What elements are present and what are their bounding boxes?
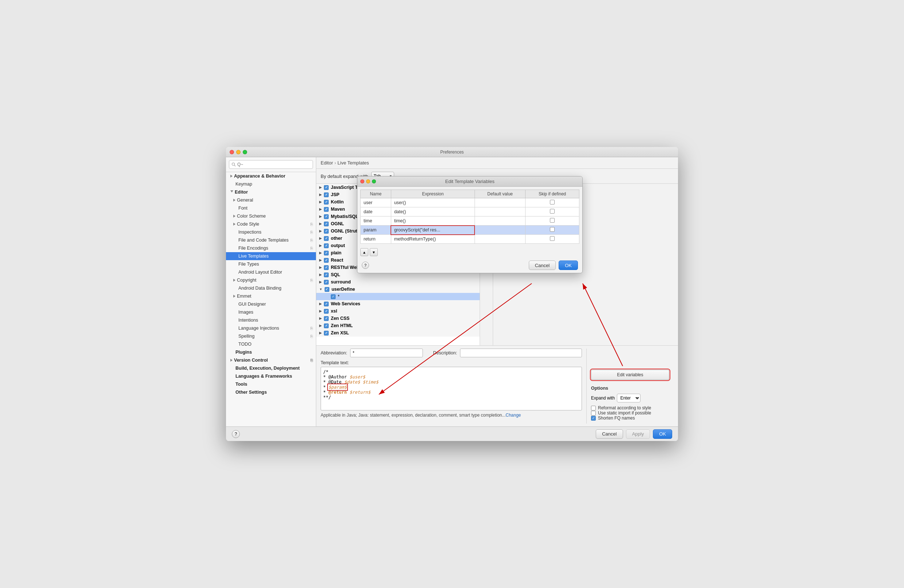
sidebar-item-appearance[interactable]: Appearance & Behavior	[226, 172, 316, 180]
tpl-item-zen-html[interactable]: ▶Zen HTML	[316, 322, 480, 329]
checkbox-zen-css[interactable]	[324, 316, 329, 321]
dialog-cancel-button[interactable]: Cancel	[529, 261, 556, 270]
dialog-max-button[interactable]	[372, 179, 376, 183]
checkbox-xsl[interactable]	[324, 309, 329, 314]
move-down-button[interactable]: ▼	[370, 248, 378, 256]
sidebar-item-android-layout-editor[interactable]: Android Layout Editor	[226, 268, 316, 276]
sidebar-item-intentions[interactable]: Intentions	[226, 316, 316, 324]
opt-checkbox-0[interactable]	[591, 406, 596, 411]
sidebar-item-plugins[interactable]: Plugins	[226, 348, 316, 356]
ok-button[interactable]: OK	[653, 429, 672, 439]
tpl-item-zen-css[interactable]: ▶Zen CSS	[316, 315, 480, 322]
desc-input[interactable]	[460, 349, 582, 357]
sidebar-item-gui-designer[interactable]: GUI Designer	[226, 300, 316, 308]
sidebar-item-general[interactable]: General	[226, 196, 316, 204]
group-triangle-web-services[interactable]: ▶	[319, 302, 322, 306]
cell-default-0[interactable]	[474, 198, 525, 207]
window-controls[interactable]	[230, 150, 247, 154]
group-triangle-ognl[interactable]: ▶	[319, 222, 322, 226]
sidebar-item-other-settings[interactable]: Other Settings	[226, 388, 316, 396]
group-triangle-restful[interactable]: ▶	[319, 266, 322, 269]
sidebar-item-inspections[interactable]: Inspections⎘	[226, 228, 316, 236]
search-box[interactable]	[226, 157, 316, 172]
tpl-item-zen-xsl[interactable]: ▶Zen XSL	[316, 329, 480, 337]
dialog-close-button[interactable]	[360, 179, 364, 183]
group-triangle-zen-css[interactable]: ▶	[319, 316, 322, 320]
expand-triangle-copyright[interactable]	[233, 279, 235, 281]
skip-checkbox-4[interactable]	[550, 236, 555, 241]
sidebar-item-language-injections[interactable]: Language Injections⎘	[226, 324, 316, 332]
sidebar-item-spelling[interactable]: Spelling⎘	[226, 332, 316, 340]
sidebar-item-languages-frameworks[interactable]: Languages & Frameworks	[226, 372, 316, 380]
dialog-row-3[interactable]: param groovyScript("def res...	[361, 226, 579, 235]
sidebar-item-build-execution[interactable]: Build, Execution, Deployment	[226, 364, 316, 372]
checkbox-web-services[interactable]	[324, 302, 329, 307]
search-input[interactable]	[229, 160, 313, 169]
group-triangle-react[interactable]: ▶	[319, 258, 322, 262]
dialog-help-button[interactable]: ?	[362, 262, 369, 269]
sidebar-item-copyright[interactable]: Copyright⎘	[226, 276, 316, 284]
tpl-item-xsl[interactable]: ▶xsl	[316, 307, 480, 315]
cell-expr-4[interactable]: methodReturnType()	[391, 235, 474, 244]
cell-skip-2[interactable]	[526, 217, 579, 226]
help-button[interactable]: ?	[232, 430, 240, 438]
sidebar-item-file-encodings[interactable]: File Encodings⎘	[226, 244, 316, 252]
skip-checkbox-3[interactable]	[550, 227, 555, 232]
sidebar-item-file-types[interactable]: File Types	[226, 260, 316, 268]
checkbox-surround[interactable]	[324, 280, 329, 285]
maximize-button[interactable]	[243, 150, 247, 154]
group-triangle-output[interactable]: ▶	[319, 244, 322, 247]
expand-triangle-editor[interactable]	[230, 190, 233, 194]
minimize-button[interactable]	[236, 150, 240, 154]
cell-default-4[interactable]	[474, 235, 525, 244]
expand-with-select[interactable]: Enter Tab Space	[617, 394, 640, 402]
checkbox-output[interactable]	[324, 243, 329, 248]
tpl-item-userdefine[interactable]: ▼userDefine	[316, 286, 480, 293]
opt-checkbox-1[interactable]	[591, 411, 596, 416]
sidebar-item-file-code-templates[interactable]: File and Code Templates⎘	[226, 236, 316, 244]
dialog-row-2[interactable]: time time()	[361, 217, 579, 226]
group-triangle-zen-xsl[interactable]: ▶	[319, 331, 322, 335]
group-triangle-jsp[interactable]: ▶	[319, 193, 322, 196]
group-triangle-plain[interactable]: ▶	[319, 251, 322, 255]
abbrev-input[interactable]	[350, 349, 423, 357]
dialog-row-0[interactable]: user user()	[361, 198, 579, 207]
expand-triangle-color-scheme[interactable]	[233, 215, 235, 218]
change-link[interactable]: Change	[506, 413, 521, 418]
cell-skip-3[interactable]	[526, 226, 579, 235]
checkbox-userdefine[interactable]	[325, 287, 329, 292]
checkbox-kotlin[interactable]	[324, 200, 329, 204]
checkbox-ognl[interactable]	[324, 221, 329, 226]
sidebar-item-tools[interactable]: Tools	[226, 380, 316, 388]
group-triangle-sql[interactable]: ▶	[319, 273, 322, 277]
checkbox-js-testing[interactable]	[324, 185, 329, 190]
cell-expr-1[interactable]: date()	[391, 207, 474, 217]
group-triangle-other[interactable]: ▶	[319, 237, 322, 240]
expand-with-select-wrapper[interactable]: Enter Tab Space	[617, 394, 640, 402]
sidebar-item-font[interactable]: Font	[226, 204, 316, 212]
move-up-button[interactable]: ▲	[360, 248, 368, 256]
checkbox-sql[interactable]	[324, 272, 329, 277]
cell-default-1[interactable]	[474, 207, 525, 217]
expand-triangle-emmet[interactable]	[233, 295, 235, 298]
group-triangle-surround[interactable]: ▶	[319, 280, 322, 284]
sidebar-item-code-style[interactable]: Code Style⎘	[226, 220, 316, 228]
skip-checkbox-0[interactable]	[550, 200, 555, 204]
group-triangle-js-testing[interactable]: ▶	[319, 186, 322, 189]
tpl-item-star[interactable]: *	[316, 293, 480, 300]
expand-triangle-code-style[interactable]	[233, 223, 235, 226]
checkbox-plain[interactable]	[324, 251, 329, 255]
checkbox-zen-html[interactable]	[324, 324, 329, 328]
dialog-row-4[interactable]: return methodReturnType()	[361, 235, 579, 244]
cell-default-2[interactable]	[474, 217, 525, 226]
sidebar-item-live-templates[interactable]: Live Templates	[226, 252, 316, 260]
group-triangle-userdefine[interactable]: ▼	[319, 288, 322, 291]
group-triangle-xsl[interactable]: ▶	[319, 309, 322, 313]
checkbox-ognl-struts[interactable]	[324, 229, 329, 234]
sidebar-item-android-data-binding[interactable]: Android Data Binding	[226, 284, 316, 292]
sidebar-item-images[interactable]: Images	[226, 308, 316, 316]
checkbox-other[interactable]	[324, 236, 329, 241]
group-triangle-kotlin[interactable]: ▶	[319, 200, 322, 204]
checkbox-mybatis[interactable]	[324, 214, 329, 219]
dialog-min-button[interactable]	[366, 179, 370, 183]
